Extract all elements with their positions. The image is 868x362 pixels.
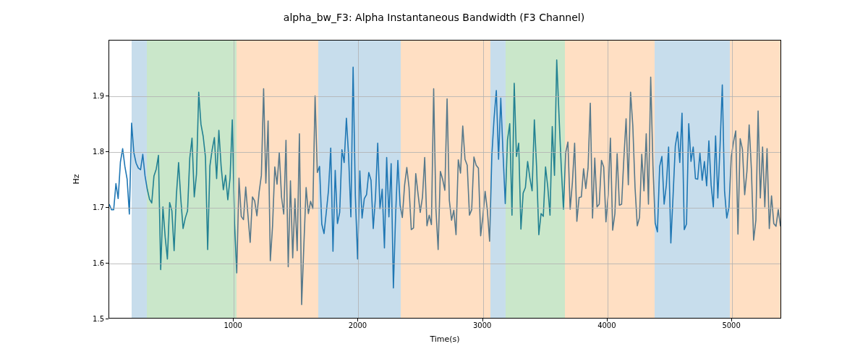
y-tick-mark	[106, 207, 109, 208]
x-tick-label: 3000	[473, 321, 491, 329]
background-span	[506, 41, 566, 318]
grid-horizontal	[109, 264, 780, 264]
x-tick-label: 4000	[597, 321, 616, 329]
background-span	[237, 41, 319, 318]
y-tick-mark	[106, 263, 109, 264]
background-span	[730, 41, 781, 318]
grid-vertical	[608, 41, 608, 318]
grid-horizontal	[109, 208, 780, 209]
grid-vertical	[483, 41, 484, 318]
y-tick-label: 1.7	[75, 203, 104, 211]
y-tick-mark	[106, 151, 109, 152]
y-tick-label: 1.8	[75, 148, 104, 156]
grid-horizontal	[109, 96, 780, 97]
x-tick-label: 5000	[722, 321, 740, 329]
background-span	[318, 41, 401, 318]
background-span	[132, 41, 147, 318]
y-axis-label-text: Hz	[72, 174, 81, 184]
x-tick-label: 1000	[224, 321, 242, 329]
background-span	[587, 41, 655, 318]
background-span	[490, 41, 506, 318]
y-tick-label: 1.9	[75, 92, 104, 100]
y-axis-label: Hz	[71, 40, 81, 319]
chart-title: alpha_bw_F3: Alpha Instantaneous Bandwid…	[0, 12, 868, 23]
grid-horizontal	[109, 152, 780, 153]
x-axis-label: Time(s)	[109, 334, 781, 344]
y-tick-mark	[106, 96, 109, 96]
background-span	[401, 41, 490, 318]
plot-area	[109, 40, 781, 319]
background-span	[147, 41, 237, 318]
grid-vertical	[732, 41, 733, 318]
y-tick-label: 1.6	[75, 259, 104, 267]
grid-vertical	[234, 41, 234, 318]
grid-vertical	[358, 41, 359, 318]
y-tick-label: 1.5	[75, 315, 104, 323]
background-span	[565, 41, 587, 318]
background-span	[655, 41, 729, 318]
chart-figure: alpha_bw_F3: Alpha Instantaneous Bandwid…	[0, 0, 868, 362]
y-tick-mark	[106, 319, 109, 319]
x-tick-label: 2000	[349, 321, 367, 329]
